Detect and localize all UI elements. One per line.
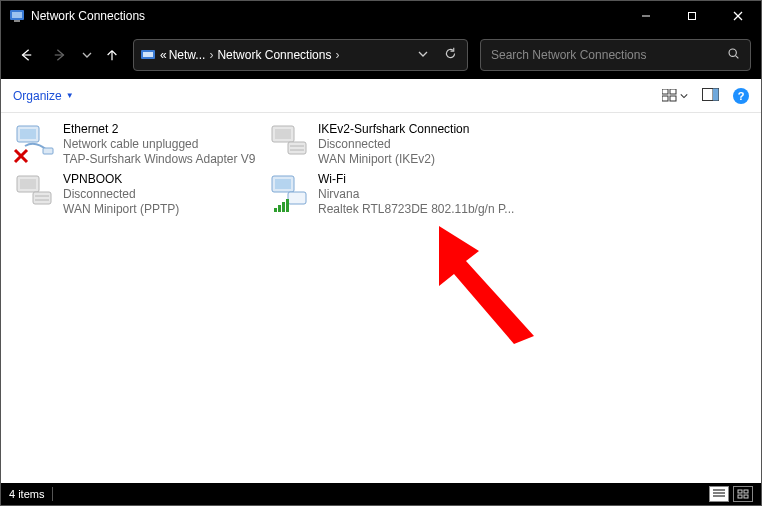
refresh-button[interactable] bbox=[444, 47, 457, 63]
connection-status: Network cable unplugged bbox=[63, 137, 256, 152]
address-dropdown-button[interactable] bbox=[418, 48, 428, 62]
svg-line-12 bbox=[736, 56, 739, 59]
svg-rect-41 bbox=[286, 199, 289, 212]
connection-item[interactable]: Ethernet 2 Network cable unplugged TAP-S… bbox=[9, 119, 264, 169]
svg-rect-16 bbox=[670, 96, 676, 101]
close-button[interactable] bbox=[715, 1, 761, 31]
svg-rect-13 bbox=[662, 89, 668, 94]
svg-rect-15 bbox=[662, 96, 668, 101]
svg-point-11 bbox=[729, 49, 736, 56]
navbar: « Netw...› Network Connections› bbox=[1, 31, 761, 79]
svg-rect-47 bbox=[738, 495, 742, 498]
app-icon bbox=[9, 8, 25, 24]
search-bar[interactable] bbox=[480, 39, 751, 71]
connection-status: Disconnected bbox=[318, 137, 469, 152]
content: Ethernet 2 Network cable unplugged TAP-S… bbox=[1, 113, 761, 483]
view-mode-button[interactable] bbox=[662, 89, 688, 102]
connection-device: TAP-Surfshark Windows Adapter V9 bbox=[63, 152, 256, 166]
svg-rect-31 bbox=[20, 179, 36, 189]
breadcrumb-seg1[interactable]: Netw...› bbox=[169, 48, 216, 62]
divider bbox=[52, 487, 53, 501]
breadcrumb-prefix[interactable]: « bbox=[160, 48, 167, 62]
adapter-icon bbox=[268, 122, 312, 166]
svg-rect-48 bbox=[744, 495, 748, 498]
preview-pane-button[interactable] bbox=[702, 88, 719, 104]
organize-label: Organize bbox=[13, 89, 62, 103]
svg-rect-22 bbox=[43, 148, 53, 154]
breadcrumb: « Netw...› Network Connections› bbox=[160, 48, 414, 62]
connection-device: WAN Miniport (IKEv2) bbox=[318, 152, 469, 166]
svg-rect-26 bbox=[275, 129, 291, 139]
up-button[interactable] bbox=[99, 40, 125, 70]
search-icon[interactable] bbox=[727, 47, 740, 63]
svg-rect-21 bbox=[20, 129, 36, 139]
connection-item[interactable]: VPNBOOK Disconnected WAN Miniport (PPTP) bbox=[9, 169, 264, 219]
connection-name: VPNBOOK bbox=[63, 172, 179, 187]
svg-rect-36 bbox=[275, 179, 291, 189]
svg-rect-38 bbox=[274, 208, 277, 212]
help-button[interactable]: ? bbox=[733, 88, 749, 104]
large-icons-view-button[interactable] bbox=[733, 486, 753, 502]
svg-rect-4 bbox=[689, 13, 696, 20]
svg-rect-19 bbox=[713, 88, 719, 100]
svg-rect-27 bbox=[288, 142, 306, 154]
organize-button[interactable]: Organize ▼ bbox=[13, 89, 74, 103]
svg-rect-14 bbox=[670, 89, 676, 94]
svg-rect-39 bbox=[278, 205, 281, 212]
location-icon bbox=[140, 47, 156, 63]
connection-status: Nirvana bbox=[318, 187, 514, 202]
titlebar: Network Connections bbox=[1, 1, 761, 31]
svg-rect-45 bbox=[738, 490, 742, 493]
maximize-button[interactable] bbox=[669, 1, 715, 31]
window: Network Connections bbox=[0, 0, 762, 506]
connection-name: Wi-Fi bbox=[318, 172, 514, 187]
connection-status: Disconnected bbox=[63, 187, 179, 202]
svg-rect-46 bbox=[744, 490, 748, 493]
window-title: Network Connections bbox=[31, 9, 145, 23]
connection-item[interactable]: Wi-Fi Nirvana Realtek RTL8723DE 802.11b/… bbox=[264, 169, 519, 219]
svg-rect-37 bbox=[288, 192, 306, 204]
details-view-button[interactable] bbox=[709, 486, 729, 502]
connection-name: Ethernet 2 bbox=[63, 122, 256, 137]
connection-item[interactable]: IKEv2-Surfshark Connection Disconnected … bbox=[264, 119, 519, 169]
statusbar: 4 items bbox=[1, 483, 761, 505]
svg-rect-40 bbox=[282, 202, 285, 212]
svg-rect-32 bbox=[33, 192, 51, 204]
item-count: 4 items bbox=[9, 488, 44, 500]
breadcrumb-seg2[interactable]: Network Connections› bbox=[217, 48, 341, 62]
connection-device: WAN Miniport (PPTP) bbox=[63, 202, 179, 216]
connection-name: IKEv2-Surfshark Connection bbox=[318, 122, 469, 137]
address-bar[interactable]: « Netw...› Network Connections› bbox=[133, 39, 468, 71]
search-input[interactable] bbox=[491, 48, 721, 62]
svg-rect-2 bbox=[14, 20, 20, 22]
minimize-button[interactable] bbox=[623, 1, 669, 31]
adapter-icon bbox=[268, 172, 312, 216]
forward-button[interactable] bbox=[45, 40, 75, 70]
chevron-down-icon: ▼ bbox=[66, 91, 74, 100]
svg-rect-10 bbox=[143, 52, 153, 57]
svg-rect-1 bbox=[12, 12, 22, 18]
adapter-icon bbox=[13, 172, 57, 216]
recent-locations-button[interactable] bbox=[79, 50, 95, 60]
connection-device: Realtek RTL8723DE 802.11b/g/n P... bbox=[318, 202, 514, 216]
adapter-icon bbox=[13, 122, 57, 166]
toolbar: Organize ▼ ? bbox=[1, 79, 761, 113]
back-button[interactable] bbox=[11, 40, 41, 70]
